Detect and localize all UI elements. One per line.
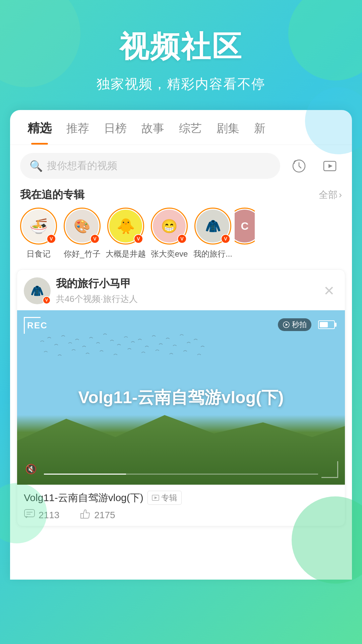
avatar-ring-2: 🎨 V (64, 208, 101, 245)
video-browse-button[interactable] (318, 154, 342, 178)
battery-indicator (318, 320, 335, 329)
seconds-badge: 秒拍 (278, 318, 311, 331)
avatar-label-2: 你好_竹子 (64, 249, 100, 259)
avatar-item-2[interactable]: 🎨 V 你好_竹子 (60, 208, 104, 259)
tab-daily[interactable]: 日榜 (97, 121, 134, 144)
tab-variety[interactable]: 综艺 (172, 121, 209, 144)
tab-bar: 精选 推荐 日榜 故事 综艺 剧集 新 (10, 110, 352, 145)
like-icon (79, 509, 91, 521)
avatar-ring-6: C (235, 208, 255, 245)
svg-marker-2 (328, 164, 333, 168)
rec-indicator: REC (27, 320, 48, 331)
close-button[interactable]: ✕ (320, 280, 338, 302)
main-card: 精选 推荐 日榜 故事 综艺 剧集 新 🔍 搜你想看的视频 我在追的专辑 (10, 110, 352, 580)
history-button[interactable] (287, 154, 311, 178)
mute-button[interactable]: 🔇 (25, 464, 37, 475)
preview-info: 我的旅行小马甲 共46个视频·旅行达人 (56, 276, 320, 305)
battery-icon (318, 320, 335, 329)
video-info: Volg11-云南自驾游vlog(下) 专辑 (17, 485, 345, 526)
chevron-right-icon: › (339, 190, 342, 200)
search-placeholder-text: 搜你想看的视频 (47, 159, 117, 173)
preview-card: 🧥 V 我的旅行小马甲 共46个视频·旅行达人 ✕ (17, 269, 345, 526)
avatar-label-4: 张大奕eve (151, 249, 188, 259)
tab-featured[interactable]: 精选 (20, 120, 59, 145)
tab-new[interactable]: 新 (247, 121, 273, 144)
svg-marker-4 (286, 323, 288, 326)
avatar-row: 🍜 V 日食记 🎨 V 你好_竹子 🐥 V 大概是 (10, 208, 352, 266)
vip-badge-5: V (221, 234, 230, 244)
avatar-label-3: 大概是井越 (106, 249, 146, 259)
like-count: 2175 (94, 510, 115, 521)
video-stats: 2113 2175 (24, 509, 338, 521)
avatar-item-3[interactable]: 🐥 V 大概是井越 (104, 208, 147, 259)
video-thumbnail[interactable]: REC 秒拍 Volg11-云南自驾游vlog(下) 🔇 (17, 310, 345, 485)
video-title-row: Volg11-云南自驾游vlog(下) 专辑 (24, 491, 338, 505)
avatar-ring-3: 🐥 V (107, 208, 144, 245)
preview-vip-badge: V (43, 296, 51, 304)
preview-meta: 共46个视频·旅行达人 (56, 293, 320, 305)
avatar-item-6[interactable]: C (235, 208, 255, 249)
avatar-item-1[interactable]: 🍜 V 日食记 (17, 208, 60, 259)
tab-series[interactable]: 剧集 (209, 121, 247, 144)
video-tag-album[interactable]: 专辑 (147, 491, 182, 505)
avatar-item-4[interactable]: 😁 V 张大奕eve (147, 208, 191, 259)
search-box[interactable]: 🔍 搜你想看的视频 (20, 153, 280, 179)
preview-avatar: 🧥 V (24, 277, 51, 304)
vip-badge-3: V (134, 234, 143, 244)
following-title: 我在追的专辑 (20, 187, 84, 202)
preview-card-header: 🧥 V 我的旅行小马甲 共46个视频·旅行达人 ✕ (17, 270, 345, 310)
view-all-button[interactable]: 全部 › (319, 189, 342, 201)
avatar-label-1: 日食记 (26, 249, 51, 259)
avatar-ring-1: 🍜 V (20, 208, 57, 245)
video-progress-fill (44, 474, 126, 475)
following-section-header: 我在追的专辑 全部 › (10, 184, 352, 208)
svg-marker-6 (155, 496, 157, 499)
vip-badge-2: V (90, 234, 100, 244)
video-title-overlay: Volg11-云南自驾游vlog(下) (78, 386, 284, 409)
play-icon (152, 495, 159, 501)
rec-frame-bottomright (321, 461, 338, 478)
avatar-ring-5: 🧥 V (194, 208, 231, 245)
video-title-text: Volg11-云南自驾游vlog(下) (78, 386, 284, 409)
search-area: 🔍 搜你想看的视频 (10, 145, 352, 184)
vip-badge-1: V (47, 234, 56, 244)
vip-badge-4: V (177, 234, 187, 244)
avatar-label-5: 我的旅行... (193, 249, 232, 259)
like-stat: 2175 (79, 509, 115, 521)
tab-story[interactable]: 故事 (134, 121, 172, 144)
tab-recommend[interactable]: 推荐 (59, 121, 97, 144)
video-progress-bar[interactable] (44, 474, 318, 475)
preview-channel-name: 我的旅行小马甲 (56, 276, 320, 291)
search-icon: 🔍 (29, 160, 43, 172)
avatar-ring-4: 😁 V (151, 208, 188, 245)
mute-icon: 🔇 (25, 464, 37, 475)
avatar-item-5[interactable]: 🧥 V 我的旅行... (191, 208, 235, 259)
